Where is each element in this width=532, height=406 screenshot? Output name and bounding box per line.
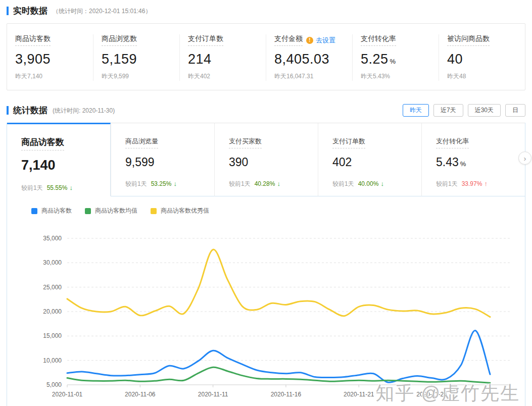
legend-label: 商品访客数优秀值: [161, 207, 209, 215]
svg-text:25,000: 25,000: [43, 284, 62, 291]
svg-text:2020-11-21: 2020-11-21: [344, 391, 374, 398]
go-setup-link[interactable]: 去设置: [316, 36, 335, 45]
statistics-timestamp: (统计时间: 2020-11-30): [53, 106, 115, 115]
stat-value: 5,159: [102, 52, 179, 67]
stat-paid-orders: 支付订单数 214 昨天402: [179, 34, 266, 81]
trend-down-arrow-icon: ↓: [69, 184, 73, 191]
tab-value: 5.43%: [436, 156, 525, 169]
svg-text:10,000: 10,000: [43, 357, 62, 364]
realtime-section-title: 实时数据: [13, 5, 47, 17]
stat-yesterday: 昨天16,047.31: [274, 72, 352, 81]
tab-label: 商品访客数: [21, 136, 64, 150]
stat-label[interactable]: 支付转化率: [361, 34, 396, 46]
legend-item-average[interactable]: 商品访客数均值: [85, 207, 137, 215]
percent-unit: %: [390, 58, 396, 65]
svg-text:2020-11-16: 2020-11-16: [271, 391, 302, 398]
svg-text:20,000: 20,000: [43, 308, 62, 315]
tab-change: 较前1天55.55%↓: [21, 184, 110, 192]
tab-label: 支付买家数: [229, 137, 262, 148]
range-button-yesterday[interactable]: 昨天: [403, 104, 429, 117]
statistics-section-header: 统计数据 (统计时间: 2020-11-30): [7, 105, 115, 116]
svg-text:2020-11-26: 2020-11-26: [416, 391, 447, 398]
tab-product-views[interactable]: 商品浏览量 9,599 较前1天53.25%↓: [111, 123, 214, 196]
svg-text:35,000: 35,000: [43, 235, 62, 242]
date-range-button-group: 昨天 近7天 近30天 日: [398, 104, 525, 117]
realtime-section-header: 实时数据 （统计时间：2020-12-01 15:01:46）: [7, 5, 525, 17]
trend-down-arrow-icon: ↓: [380, 180, 384, 187]
legend-swatch: [151, 208, 157, 214]
chart-canvas[interactable]: 5,00010,00015,00020,00025,00030,00035,00…: [7, 215, 525, 406]
legend-swatch: [31, 208, 37, 214]
stat-product-views: 商品浏览数 5,159 昨天9,599: [93, 34, 179, 81]
info-icon[interactable]: !: [306, 37, 313, 44]
stat-yesterday: 昨天402: [188, 72, 266, 81]
stat-value: 40: [447, 52, 525, 67]
svg-text:2020-11-06: 2020-11-06: [125, 391, 156, 398]
svg-text:30,000: 30,000: [43, 259, 62, 266]
stat-yesterday: 昨天9,599: [102, 72, 179, 81]
stat-product-visitors: 商品访客数 3,905 昨天7,140: [7, 34, 93, 81]
stat-value: 3,905: [15, 52, 93, 67]
stat-value: 8,405.03: [274, 52, 352, 67]
legend-swatch: [85, 208, 91, 214]
tab-label: 支付转化率: [436, 137, 469, 148]
tabs-next-chevron-icon[interactable]: ›: [518, 151, 531, 165]
tab-change: 较前1天40.00%↓: [332, 180, 421, 188]
chart-legend: 商品访客数 商品访客数均值 商品访客数优秀值: [31, 207, 525, 215]
stat-yesterday: 昨天48: [447, 72, 525, 81]
svg-text:2020-11-11: 2020-11-11: [198, 391, 228, 398]
tab-label: 商品浏览量: [125, 137, 158, 148]
tab-paid-buyers[interactable]: 支付买家数 390 较前1天40.28%↓: [214, 123, 318, 196]
legend-item-visitors[interactable]: 商品访客数: [31, 207, 72, 215]
svg-text:2020-11-01: 2020-11-01: [52, 391, 83, 398]
section-accent-bar: [7, 106, 9, 115]
stat-yesterday: 昨天5.43%: [361, 72, 439, 81]
tab-product-visitors[interactable]: 商品访客数 7,140 较前1天55.55%↓: [7, 123, 111, 196]
range-button-7days[interactable]: 近7天: [433, 104, 463, 117]
statistics-section-title: 统计数据: [13, 105, 47, 116]
tab-value: 390: [229, 156, 318, 169]
tab-conversion-rate[interactable]: 支付转化率 5.43% 较前1天33.97%↑: [421, 123, 525, 196]
tab-change: 较前1天33.97%↑: [436, 180, 525, 188]
legend-label: 商品访客数: [41, 207, 72, 215]
stat-label[interactable]: 商品浏览数: [102, 34, 137, 46]
metric-tabs: 商品访客数 7,140 较前1天55.55%↓ 商品浏览量 9,599 较前1天…: [7, 123, 525, 196]
realtime-stats-card: 商品访客数 3,905 昨天7,140 商品浏览数 5,159 昨天9,599 …: [7, 23, 525, 90]
tab-value: 9,599: [125, 156, 214, 169]
stat-payment-amount: 支付金额 ! 去设置 8,405.03 昨天16,047.31: [266, 34, 352, 81]
stat-value: 214: [188, 52, 266, 67]
realtime-timestamp: （统计时间：2020-12-01 15:01:46）: [53, 6, 151, 16]
stat-label[interactable]: 商品访客数: [15, 34, 51, 46]
tab-change: 较前1天40.28%↓: [229, 180, 318, 188]
stat-yesterday: 昨天7,140: [15, 72, 93, 81]
tab-change: 较前1天53.25%↓: [125, 180, 214, 188]
line-chart[interactable]: 5,00010,00015,00020,00025,00030,00035,00…: [7, 215, 525, 406]
trend-up-arrow-icon: ↑: [484, 180, 488, 187]
range-button-30days[interactable]: 近30天: [468, 104, 501, 117]
svg-text:5,000: 5,000: [46, 381, 62, 388]
statistics-card: 商品访客数 7,140 较前1天55.55%↓ 商品浏览量 9,599 较前1天…: [7, 123, 525, 406]
stat-value: 5.25%: [361, 52, 439, 67]
percent-unit: %: [460, 160, 466, 168]
stat-label[interactable]: 支付金额: [274, 34, 303, 46]
dashboard-page: 实时数据 （统计时间：2020-12-01 15:01:46） 商品访客数 3,…: [0, 5, 532, 406]
svg-text:15,000: 15,000: [43, 332, 62, 339]
tab-label: 支付订单数: [332, 137, 365, 148]
stat-label[interactable]: 被访问商品数: [447, 34, 490, 46]
tab-value: 7,140: [21, 158, 110, 173]
stat-label[interactable]: 支付订单数: [188, 34, 223, 46]
stat-conversion-rate: 支付转化率 5.25% 昨天5.43%: [352, 34, 439, 81]
tab-paid-orders[interactable]: 支付订单数 402 较前1天40.00%↓: [318, 123, 421, 196]
trend-down-arrow-icon: ↓: [173, 180, 177, 187]
stat-visited-products: 被访问商品数 40 昨天48: [439, 34, 525, 81]
legend-label: 商品访客数均值: [95, 207, 137, 215]
legend-item-excellent[interactable]: 商品访客数优秀值: [151, 207, 209, 215]
section-accent-bar: [7, 7, 9, 15]
tab-value: 402: [332, 156, 421, 169]
trend-down-arrow-icon: ↓: [277, 180, 280, 187]
range-button-day[interactable]: 日: [505, 104, 525, 117]
